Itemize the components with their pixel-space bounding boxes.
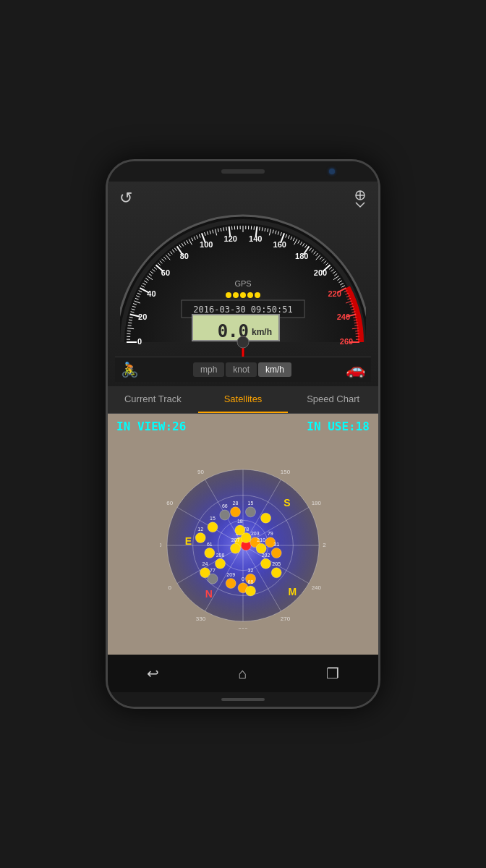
tab-satellites[interactable]: Satellites (198, 386, 289, 413)
mph-button[interactable]: mph (193, 362, 224, 377)
back-button[interactable]: ↩ (132, 659, 174, 688)
phone-home-bar (221, 698, 265, 701)
car-icon[interactable]: 🚗 (346, 360, 365, 379)
unit-buttons: mph knot km/h (193, 362, 291, 377)
radar-container (160, 462, 326, 629)
speedo-bottom-row: 🚴 mph knot km/h 🚗 (115, 357, 371, 382)
phone-camera (329, 169, 335, 174)
in-use-label: IN USE:18 (307, 420, 370, 433)
home-button[interactable]: ⌂ (223, 660, 261, 688)
phone-speaker (221, 169, 265, 174)
satellite-view: IN VIEW:26 IN USE:18 (108, 414, 378, 655)
speedo-gauge (115, 212, 371, 357)
tab-current-track[interactable]: Current Track (108, 386, 198, 413)
phone-bottom-bar (108, 692, 378, 707)
bike-icon[interactable]: 🚴 (121, 361, 139, 378)
speedo-top-row: ↺ (115, 187, 371, 209)
knot-button[interactable]: knot (226, 362, 257, 377)
in-view-label: IN VIEW:26 (116, 420, 186, 433)
speedometer-section: ↺ 🚴 mph knot (108, 182, 378, 386)
sat-overlay-top: IN VIEW:26 IN USE:18 (108, 420, 378, 433)
kmh-button[interactable]: km/h (258, 362, 291, 377)
tab-speed-chart[interactable]: Speed Chart (288, 386, 378, 413)
recent-button[interactable]: ❐ (312, 659, 354, 688)
phone-top-bar (108, 161, 378, 182)
reset-icon[interactable]: ↺ (115, 187, 137, 209)
map-icon[interactable] (349, 187, 371, 209)
tabs-row: Current Track Satellites Speed Chart (108, 386, 378, 414)
phone-screen: ↺ 🚴 mph knot (108, 182, 378, 692)
bottom-nav: ↩ ⌂ ❐ (108, 655, 378, 692)
phone-frame: ↺ 🚴 mph knot (106, 159, 380, 709)
